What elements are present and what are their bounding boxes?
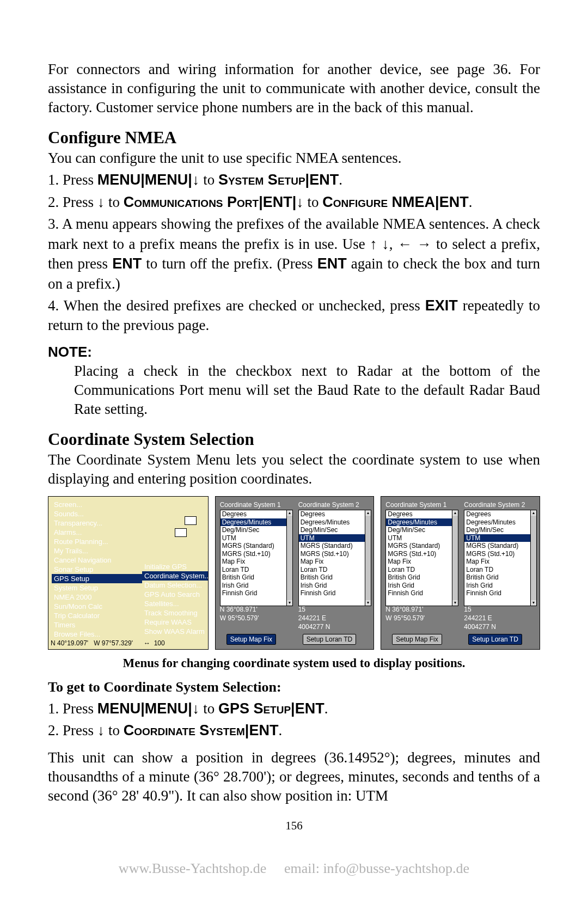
list-option[interactable]: Loran TD: [299, 566, 371, 574]
menu-item[interactable]: Route Planning...: [52, 537, 142, 546]
menu-item[interactable]: Transparency...: [52, 518, 142, 528]
submenu-gps-setup[interactable]: Initialize GPS Coordinate System... Datu…: [142, 562, 209, 636]
list-option[interactable]: MGRS (Standard): [464, 542, 536, 550]
setup-loran-td-button[interactable]: Setup Loran TD: [303, 634, 357, 645]
list-option-selected[interactable]: UTM: [464, 534, 536, 542]
list-option[interactable]: Degrees/Minutes: [299, 518, 371, 527]
main-menu-list[interactable]: Screen... Sounds... Transparency... Alar…: [52, 500, 142, 639]
coord-readout: W 95°50.579': [220, 614, 259, 622]
menu-item[interactable]: Alarms...: [52, 528, 142, 537]
list-option-selected[interactable]: UTM: [299, 534, 371, 542]
menu-item[interactable]: Sounds...: [52, 509, 142, 518]
list-option[interactable]: Degrees/Minutes: [464, 518, 536, 527]
menu-item[interactable]: Browse Files...: [52, 630, 142, 639]
list-option[interactable]: Loran TD: [220, 566, 292, 574]
list-option[interactable]: Degrees: [386, 510, 458, 518]
menu-item[interactable]: Sun/Moon Calc: [52, 602, 142, 611]
coord-readout: 244221 E: [298, 614, 326, 622]
list-option[interactable]: MGRS (Std.+10): [299, 550, 371, 558]
list-option[interactable]: MGRS (Std.+10): [386, 550, 458, 558]
coord-readout: 4004277 N: [464, 623, 496, 631]
figure-caption: Menus for changing coordinate system use…: [48, 655, 540, 671]
submenu-item[interactable]: Require WAAS: [142, 618, 209, 627]
list-option[interactable]: Irish Grid: [386, 582, 458, 590]
coord-readout: 4004277 N: [298, 623, 330, 631]
scroll-up-icon[interactable]: ▴: [452, 510, 458, 516]
list-option[interactable]: Degrees: [464, 510, 536, 518]
list-option[interactable]: Map Fix: [464, 558, 536, 566]
heading-coord-system: Coordinate System Selection: [48, 430, 540, 449]
submenu-item[interactable]: GPS Auto Search: [142, 590, 209, 599]
list-option[interactable]: Irish Grid: [464, 582, 536, 590]
scroll-down-icon[interactable]: ▾: [365, 600, 371, 606]
submenu-item[interactable]: Satellites...: [142, 599, 209, 608]
list-option[interactable]: Deg/Min/Sec: [386, 526, 458, 534]
listbox-coord-2[interactable]: Degrees Degrees/Minutes Deg/Min/Sec UTM …: [298, 510, 371, 606]
menu-item[interactable]: System Setup: [52, 583, 142, 593]
menu-item[interactable]: Screen...: [52, 500, 142, 509]
list-option[interactable]: Degrees: [299, 510, 371, 518]
scroll-up-icon[interactable]: ▴: [287, 510, 292, 516]
list-option[interactable]: Map Fix: [386, 558, 458, 566]
submenu-item[interactable]: Track Smoothing: [142, 608, 209, 618]
list-option[interactable]: MGRS (Standard): [220, 542, 292, 550]
list-option[interactable]: Loran TD: [464, 566, 536, 574]
listbox-coord-2[interactable]: Degrees Degrees/Minutes Deg/Min/Sec UTM …: [464, 510, 537, 606]
list-option[interactable]: Loran TD: [386, 566, 458, 574]
list-option[interactable]: Deg/Min/Sec: [464, 526, 536, 534]
list-option[interactable]: Finnish Grid: [220, 589, 292, 597]
scroll-down-icon[interactable]: ▾: [287, 600, 292, 606]
menu-item[interactable]: Sonar Setup: [52, 565, 142, 574]
column-header: Coordinate System 1: [220, 501, 293, 509]
list-option[interactable]: Finnish Grid: [299, 589, 371, 597]
list-option[interactable]: Finnish Grid: [464, 589, 536, 597]
submenu-item-selected[interactable]: Coordinate System...: [142, 571, 209, 581]
menu-item[interactable]: Timers: [52, 620, 142, 630]
setup-map-fix-button[interactable]: Setup Map Fix: [392, 634, 442, 645]
listbox-coord-1[interactable]: Degrees Degrees/Minutes Deg/Min/Sec UTM …: [385, 510, 458, 606]
scroll-up-icon[interactable]: ▴: [365, 510, 371, 516]
scrollbar[interactable]: ▴▾: [365, 510, 371, 606]
list-option-selected[interactable]: Degrees/Minutes: [386, 518, 458, 527]
scroll-down-icon[interactable]: ▾: [452, 600, 458, 606]
list-option[interactable]: MGRS (Standard): [386, 542, 458, 550]
coord-readout: W 95°50.579': [385, 614, 425, 622]
list-option[interactable]: MGRS (Std.+10): [464, 550, 536, 558]
submenu-item[interactable]: Show WAAS Alarm: [142, 627, 209, 636]
list-option[interactable]: Degrees: [220, 510, 292, 518]
list-option[interactable]: UTM: [220, 534, 292, 542]
list-option[interactable]: British Grid: [464, 573, 536, 582]
menu-item[interactable]: My Trails...: [52, 546, 142, 555]
setup-loran-td-button[interactable]: Setup Loran TD: [468, 634, 522, 645]
list-option[interactable]: MGRS (Standard): [299, 542, 371, 550]
list-option[interactable]: British Grid: [386, 573, 458, 582]
list-option[interactable]: Finnish Grid: [386, 589, 458, 597]
menu-item[interactable]: Cancel Navigation: [52, 555, 142, 565]
menu-item-selected[interactable]: GPS Setup: [52, 574, 142, 583]
list-option[interactable]: Deg/Min/Sec: [299, 526, 371, 534]
list-option[interactable]: Map Fix: [220, 558, 292, 566]
menu-item[interactable]: NMEA 2000: [52, 593, 142, 602]
scrollbar[interactable]: ▴▾: [286, 510, 292, 606]
list-option[interactable]: Irish Grid: [220, 582, 292, 590]
list-option[interactable]: British Grid: [299, 573, 371, 582]
list-option[interactable]: Irish Grid: [299, 582, 371, 590]
list-option[interactable]: Map Fix: [299, 558, 371, 566]
scroll-down-icon[interactable]: ▾: [531, 600, 536, 606]
scrollbar[interactable]: ▴▾: [452, 510, 458, 606]
list-option[interactable]: Deg/Min/Sec: [220, 526, 292, 534]
menu-item[interactable]: Trip Calculator: [52, 611, 142, 620]
scrollbar[interactable]: ▴▾: [530, 510, 536, 606]
scroll-up-icon[interactable]: ▴: [531, 510, 536, 516]
intro-paragraph: For connectors and wiring information fo…: [48, 60, 540, 117]
submenu-item[interactable]: Datum Selection...: [142, 581, 209, 590]
list-option[interactable]: British Grid: [220, 573, 292, 582]
list-option[interactable]: MGRS (Std.+10): [220, 550, 292, 558]
figure-main-menu: Screen... Sounds... Transparency... Alar…: [48, 496, 209, 650]
setup-map-fix-button[interactable]: Setup Map Fix: [226, 634, 276, 645]
down-arrow-icon: ↓: [97, 194, 105, 210]
list-option-selected[interactable]: Degrees/Minutes: [220, 518, 292, 527]
submenu-item[interactable]: Initialize GPS: [142, 562, 209, 571]
list-option[interactable]: UTM: [386, 534, 458, 542]
listbox-coord-1[interactable]: Degrees Degrees/Minutes Deg/Min/Sec UTM …: [220, 510, 293, 606]
